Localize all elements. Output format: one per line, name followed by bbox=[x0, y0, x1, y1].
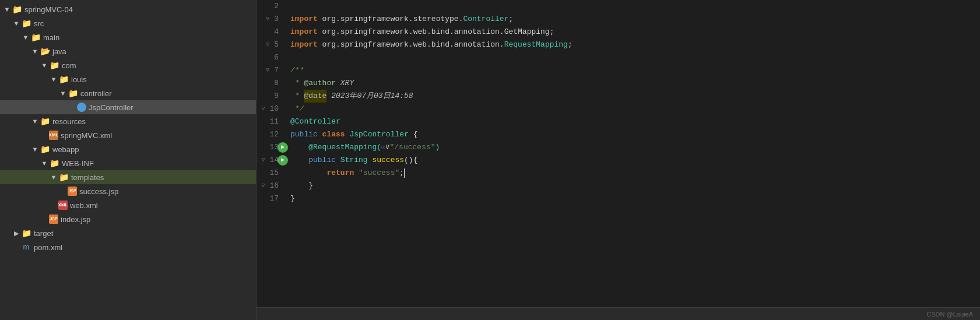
code-line-15[interactable]: return "success"; bbox=[290, 167, 980, 180]
tree-label: controller bbox=[80, 89, 111, 98]
code-area: 2 ▽ 3 4 ▽ 5 6 ▽ 7 8 9 bbox=[257, 0, 980, 320]
tree-label: pom.xml bbox=[34, 243, 62, 252]
tree-item-index-jsp[interactable]: JSP index.jsp bbox=[0, 212, 256, 226]
tree-item-springMVC-04[interactable]: ▼ 📁 springMVC-04 bbox=[0, 2, 256, 16]
return-value: "success" bbox=[359, 167, 399, 180]
fold-icon[interactable]: ▽ bbox=[259, 182, 267, 190]
tree-item-springMVC-xml[interactable]: XML springMVC.xml bbox=[0, 128, 256, 142]
fold-icon[interactable]: ▽ bbox=[259, 105, 267, 113]
class-name: RequestMapping bbox=[504, 38, 568, 51]
folder-icon: 📁 bbox=[12, 4, 22, 15]
xml-icon2: XML bbox=[58, 201, 68, 210]
tree-label: springMVC-04 bbox=[24, 5, 73, 14]
tree-item-templates[interactable]: ▼ 📁 templates bbox=[0, 170, 256, 184]
tree-item-pom-xml[interactable]: m pom.xml bbox=[0, 240, 256, 254]
folder-icon: 📁 bbox=[49, 60, 59, 71]
annotation: @Controller bbox=[290, 115, 340, 128]
tree-item-web-xml[interactable]: XML web.xml bbox=[0, 198, 256, 212]
code-line-6[interactable] bbox=[290, 51, 980, 64]
comment-star: * bbox=[290, 77, 304, 90]
folder-blue-icon: 📂 bbox=[40, 46, 50, 57]
code-line-14[interactable]: ▶ public String success(){ bbox=[290, 154, 980, 167]
folder-arrow: ▼ bbox=[58, 90, 68, 97]
keyword: import bbox=[290, 38, 322, 51]
line-num-text: 17 bbox=[269, 192, 279, 205]
class-icon: C bbox=[77, 103, 86, 112]
code-line-12[interactable]: public class JspController { bbox=[290, 128, 980, 141]
line-num-11: 11 bbox=[257, 115, 279, 128]
tree-item-webapp[interactable]: ▼ 📁 webapp bbox=[0, 142, 256, 156]
folder-arrow: ▼ bbox=[21, 34, 30, 41]
line-num-text: 11 bbox=[269, 115, 279, 128]
fold-icon[interactable]: ▽ bbox=[264, 66, 272, 75]
file-tree: ▼ 📁 springMVC-04 ▼ 📁 src ▼ 📁 main ▼ 📂 ja… bbox=[0, 0, 257, 320]
indent bbox=[290, 154, 308, 167]
tree-item-target[interactable]: ▶ 📁 target bbox=[0, 226, 256, 240]
code-line-8[interactable]: * @author XRY bbox=[290, 77, 980, 90]
code-editor: 2 ▽ 3 4 ▽ 5 6 ▽ 7 8 9 bbox=[257, 0, 980, 320]
line-num-13: 13 bbox=[257, 141, 279, 154]
code-line-3[interactable]: import org.springframework.stereotype.Co… bbox=[290, 13, 980, 26]
import-path: org.springframework.web.bind.annotation.… bbox=[322, 26, 554, 38]
line-num-text: 15 bbox=[269, 167, 279, 180]
tree-label: target bbox=[34, 229, 53, 238]
code-line-5[interactable]: import org.springframework.web.bind.anno… bbox=[290, 38, 980, 51]
code-line-10[interactable]: */ bbox=[290, 103, 980, 115]
code-line-13[interactable]: ▶ @RequestMapping(☉∨"/success") bbox=[290, 141, 980, 154]
xml-icon: XML bbox=[49, 131, 58, 140]
folder-icon: 📁 bbox=[21, 18, 31, 29]
code-line-17[interactable]: } bbox=[290, 192, 980, 205]
tree-item-java[interactable]: ▼ 📂 java bbox=[0, 44, 256, 58]
keyword-public: public bbox=[308, 154, 340, 167]
line-num-5: ▽ 5 bbox=[257, 38, 279, 51]
folder-arrow: ▼ bbox=[49, 76, 58, 83]
fold-icon[interactable]: ▽ bbox=[264, 15, 272, 23]
run-gutter-icon-2[interactable]: ▶ bbox=[278, 155, 288, 166]
code-line-16[interactable]: } bbox=[290, 180, 980, 192]
folder-arrow: ▼ bbox=[30, 48, 40, 55]
tree-label: templates bbox=[71, 173, 104, 182]
tree-item-success-jsp[interactable]: JSP success.jsp bbox=[0, 184, 256, 198]
tree-item-WEB-INF[interactable]: ▼ 📁 WEB-INF bbox=[0, 156, 256, 170]
tree-item-louis[interactable]: ▼ 📁 louis bbox=[0, 72, 256, 86]
tree-label: web.xml bbox=[70, 201, 98, 210]
tree-label: index.jsp bbox=[61, 215, 90, 224]
tree-item-src[interactable]: ▼ 📁 src bbox=[0, 16, 256, 30]
folder-icon: 📁 bbox=[21, 228, 31, 238]
run-gutter-icon[interactable]: ▶ bbox=[278, 142, 288, 153]
watermark-text: CSDN @LouieA bbox=[926, 311, 973, 318]
javadoc-open: /** bbox=[290, 64, 304, 77]
tree-label: springMVC.xml bbox=[61, 131, 112, 140]
folder-arrow: ▼ bbox=[12, 20, 21, 27]
line-num-7: ▽ 7 bbox=[257, 64, 279, 77]
tree-item-controller[interactable]: ▼ 📁 controller bbox=[0, 86, 256, 100]
tree-item-resources[interactable]: ▼ 📁 resources bbox=[0, 114, 256, 128]
params: (){ bbox=[404, 154, 417, 167]
folder-arrow-closed: ▶ bbox=[12, 230, 21, 237]
tree-item-com[interactable]: ▼ 📁 com bbox=[0, 58, 256, 72]
line-num-text: 8 bbox=[274, 77, 279, 90]
brace-open: { bbox=[409, 128, 418, 141]
code-line-7[interactable]: /** bbox=[290, 64, 980, 77]
brace-close: } bbox=[308, 180, 313, 192]
line-num-6: 6 bbox=[257, 51, 279, 64]
line-num-text: 3 bbox=[274, 13, 279, 26]
code-line-4[interactable]: import org.springframework.web.bind.anno… bbox=[290, 26, 980, 38]
keyword: import bbox=[290, 26, 322, 38]
fold-icon[interactable]: ▽ bbox=[264, 41, 272, 49]
tree-label: com bbox=[62, 61, 76, 70]
line-num-3: ▽ 3 bbox=[257, 13, 279, 26]
tree-item-JspController[interactable]: C JspController bbox=[0, 100, 256, 114]
line-num-text: 10 bbox=[269, 103, 279, 115]
code-line-9[interactable]: * @date 2023年07月03日14:58 bbox=[290, 90, 980, 103]
code-line-11[interactable]: @Controller bbox=[290, 115, 980, 128]
fold-icon[interactable]: ▽ bbox=[259, 156, 267, 164]
comment-star: * bbox=[290, 90, 304, 103]
tree-label: webapp bbox=[52, 145, 79, 154]
tree-item-main[interactable]: ▼ 📁 main bbox=[0, 30, 256, 44]
tree-label: java bbox=[52, 47, 66, 56]
keyword: import bbox=[290, 13, 322, 26]
line-num-15: 15 bbox=[257, 167, 279, 180]
code-line-2[interactable] bbox=[290, 0, 980, 13]
tree-label: louis bbox=[71, 75, 87, 84]
